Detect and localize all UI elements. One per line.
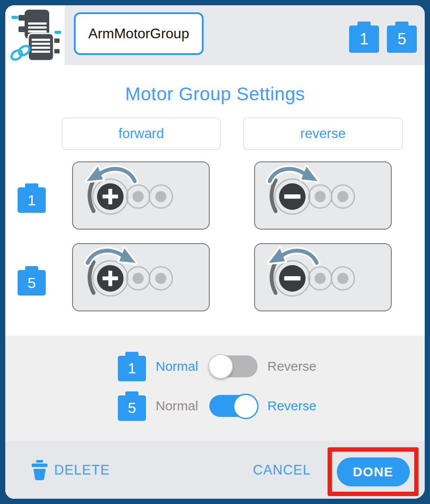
toggle-port-badge-1: 1 [118,356,146,381]
reverse-label-port5: Reverse [267,398,311,413]
direction-toggle-row-port1: 1 Normal Reverse [118,349,311,383]
motor-group-settings-dialog: 1 5 Motor Group Settings forward reverse… [5,5,425,499]
motor-preview-port1-reverse [254,161,392,230]
cancel-button[interactable]: CANCEL [253,462,311,478]
direction-toggle-row-port5: 5 Normal Reverse [118,389,311,423]
normal-label-port1: Normal [156,359,200,374]
delete-label: DELETE [54,462,110,478]
row-port-badge-1: 1 [18,187,46,213]
annotation-highlight: DONE [328,447,419,496]
switch-knob[interactable] [233,394,259,419]
motor-preview-port5-reverse [254,243,392,311]
page-title: Motor Group Settings [5,84,425,105]
switch-knob[interactable] [208,354,233,379]
direction-switch-port1[interactable] [209,355,258,377]
motor-group-name-input[interactable] [74,12,204,55]
device-icon-tab [5,5,65,65]
column-header-reverse: reverse [243,117,403,150]
column-header-forward: forward [62,117,221,150]
header-port-badge-1: 1 [349,26,379,53]
motor-preview-port5-forward [72,243,210,311]
trash-icon [31,460,48,480]
normal-label-port5: Normal [156,398,200,413]
delete-button[interactable]: DELETE [31,460,110,480]
header-port-badges: 1 5 [349,22,417,53]
row-port-badge-5: 5 [18,270,46,296]
toggle-port-badge-5: 5 [118,395,146,421]
reverse-label-port1: Reverse [267,359,311,374]
done-button[interactable]: DONE [337,457,410,486]
direction-switch-port5[interactable] [209,395,258,417]
header-port-badge-5: 5 [387,26,417,53]
motor-group-icon [9,9,62,64]
link-icon [10,44,31,62]
motor-preview-port1-forward [72,161,210,230]
